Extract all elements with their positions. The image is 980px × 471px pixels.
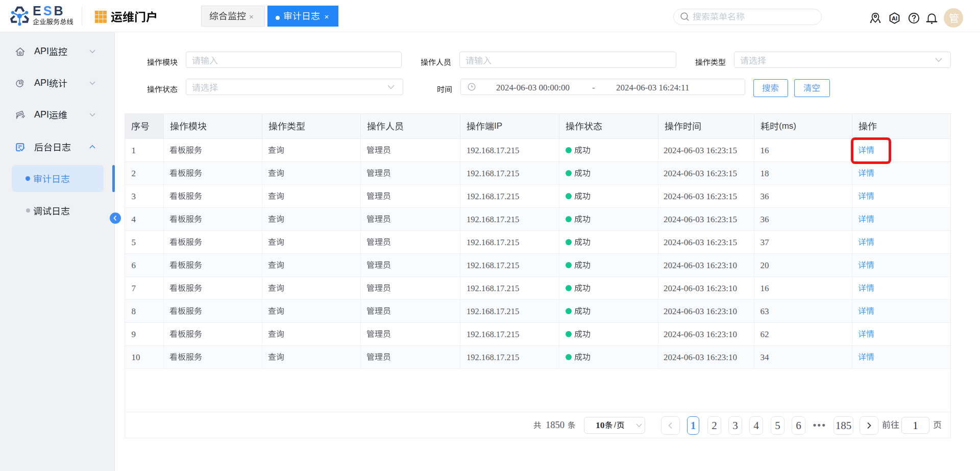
svg-text:AI: AI (892, 15, 897, 21)
